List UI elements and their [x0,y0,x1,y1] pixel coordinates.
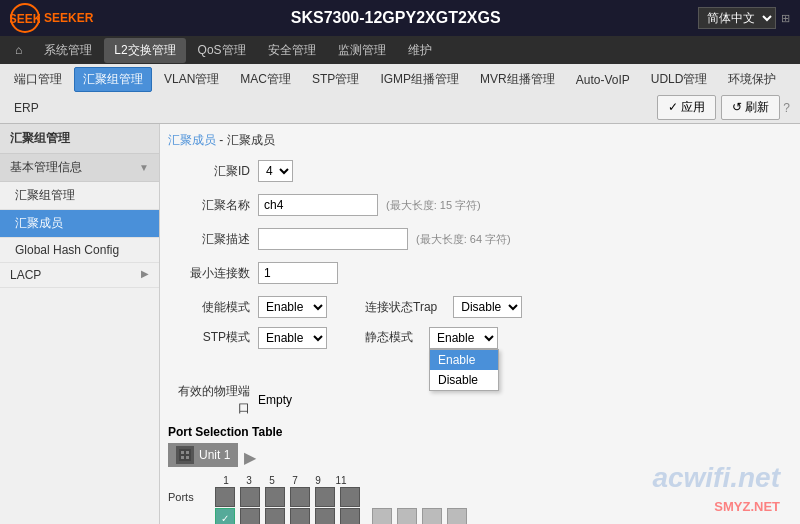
form-row-desc: 汇聚描述 (最大长度: 64 字符) [168,225,792,253]
link-trap-select[interactable]: Disable Enable [453,296,522,318]
stp-mode-control: Enable Disable 静态模式 Enable Disable Enabl… [258,327,792,349]
sidebar-item-global-hash[interactable]: Global Hash Config [0,238,159,263]
port-box-5[interactable] [265,487,285,507]
sidebar-lacp[interactable]: LACP ▶ [0,263,159,288]
subnav-udld[interactable]: UDLD管理 [642,67,717,92]
subnav-port[interactable]: 端口管理 [5,67,71,92]
subnav-mvr[interactable]: MVR组播管理 [471,67,564,92]
nav-home[interactable]: ⌂ [5,39,32,61]
subnav-aggregation[interactable]: 汇聚组管理 [74,67,152,92]
effective-ports-value: Empty [258,393,792,407]
svg-rect-2 [179,449,191,461]
stp-mode-label: STP模式 [168,327,258,346]
desc-hint: (最大长度: 64 字符) [416,232,511,247]
min-links-input[interactable] [258,262,338,284]
port-box-6[interactable] [265,508,285,524]
nav-system[interactable]: 系统管理 [34,38,102,63]
svg-rect-3 [181,451,184,454]
subnav-mac[interactable]: MAC管理 [231,67,300,92]
form-row-enable-linktrap: 使能模式 Enable Disable 连接状态Trap Disable Ena… [168,293,792,321]
svg-text:SEEK: SEEK [10,12,40,26]
static-mode-select[interactable]: Enable Disable [429,327,498,349]
port-box-2[interactable] [215,508,235,524]
port-num-5: 5 [262,475,282,486]
port-num-3: 3 [239,475,259,486]
unit-icon [176,446,194,464]
aggregation-desc-label: 汇聚描述 [168,231,258,248]
subnav-stp[interactable]: STP管理 [303,67,368,92]
port-box-8[interactable] [290,508,310,524]
subnav-erps[interactable]: ERP [5,97,48,119]
help-icon[interactable]: ? [783,101,790,115]
expand-icon: ⊞ [781,12,790,25]
enable-mode-select[interactable]: Enable Disable [258,296,327,318]
language-select[interactable]: 简体中文 English [698,7,776,29]
enable-mode-label: 使能模式 [168,299,258,316]
nav-maintain[interactable]: 维护 [398,38,442,63]
port-box-4[interactable] [240,508,260,524]
aggregation-desc-input[interactable] [258,228,408,250]
breadcrumb-parent[interactable]: 汇聚成员 [168,133,216,147]
port-box-10[interactable] [315,508,335,524]
stp-mode-select[interactable]: Enable Disable [258,327,327,349]
port-box-15[interactable] [422,508,442,524]
name-hint: (最大长度: 15 字符) [386,198,481,213]
sidebar: 汇聚组管理 基本管理信息 ▼ 汇聚组管理 汇聚成员 Global Hash Co… [0,124,160,524]
port-box-13[interactable] [372,508,392,524]
form-row-stp-static: STP模式 Enable Disable 静态模式 Enable Disable [168,327,792,355]
subnav-envprotect[interactable]: 环境保护 [719,67,785,92]
ports-label: Ports [168,491,213,503]
svg-rect-4 [186,451,189,454]
port-selection-title: Port Selection Table [168,425,792,439]
port-box-12[interactable] [340,508,360,524]
sidebar-group-arrow: ▼ [139,162,149,173]
sidebar-title: 汇聚组管理 [0,124,159,154]
sidebar-item-aggregation-mgmt[interactable]: 汇聚组管理 [0,182,159,210]
main-nav: ⌂ 系统管理 L2交换管理 QoS管理 安全管理 监测管理 维护 [0,36,800,64]
ports-bottom-row [168,508,792,524]
nav-monitor[interactable]: 监测管理 [328,38,396,63]
aggregation-name-input[interactable] [258,194,378,216]
logo-text: SEEKER [44,11,93,25]
dropdown-item-disable[interactable]: Disable [430,370,498,390]
apply-button[interactable]: ✓ 应用 [657,95,716,120]
aggregation-id-select[interactable]: 4 123 5678 [258,160,293,182]
unit-bar: Unit 1 [168,443,238,467]
sidebar-item-aggregation-member[interactable]: 汇聚成员 [0,210,159,238]
nav-qos[interactable]: QoS管理 [188,38,256,63]
aggregation-name-label: 汇聚名称 [168,197,258,214]
unit-scroll-right[interactable]: ▶ [244,448,256,467]
link-trap-label: 连接状态Trap [365,299,437,316]
subnav-igmp[interactable]: IGMP组播管理 [371,67,468,92]
content-area: 汇聚组管理 基本管理信息 ▼ 汇聚组管理 汇聚成员 Global Hash Co… [0,124,800,524]
port-box-16[interactable] [447,508,467,524]
min-links-control [258,262,792,284]
unit-label: Unit 1 [199,448,230,462]
sidebar-group-basic-title[interactable]: 基本管理信息 ▼ [0,154,159,182]
effective-ports-label: 有效的物理端口 [168,383,258,417]
port-box-7[interactable] [290,487,310,507]
nav-security[interactable]: 安全管理 [258,38,326,63]
static-mode-label: 静态模式 [365,327,413,346]
port-box-3[interactable] [240,487,260,507]
sidebar-lacp-label: LACP [10,268,41,282]
breadcrumb-current: 汇聚成员 [227,133,275,147]
nav-l2[interactable]: L2交换管理 [104,38,185,63]
main-content: 汇聚成员 - 汇聚成员 汇聚ID 4 123 5678 汇聚名称 [160,124,800,524]
top-bar: SEEK SEEKER SKS7300-12GPY2XGT2XGS 简体中文 E… [0,0,800,36]
form-row-aggregation-id: 汇聚ID 4 123 5678 [168,157,792,185]
port-box-1[interactable] [215,487,235,507]
ports-top-numbers: 1 3 5 7 9 11 [168,475,792,486]
refresh-button[interactable]: ↺ 刷新 [721,95,780,120]
form-row-name: 汇聚名称 (最大长度: 15 字符) [168,191,792,219]
aggregation-desc-control: (最大长度: 64 字符) [258,228,792,250]
port-box-11[interactable] [340,487,360,507]
subnav-vlan[interactable]: VLAN管理 [155,67,228,92]
port-num-1: 1 [216,475,236,486]
subnav-autovoip[interactable]: Auto-VoIP [567,69,639,91]
port-box-9[interactable] [315,487,335,507]
action-buttons: ✓ 应用 ↺ 刷新 [657,95,781,120]
dropdown-item-enable[interactable]: Enable [430,350,498,370]
port-box-14[interactable] [397,508,417,524]
min-links-label: 最小连接数 [168,265,258,282]
